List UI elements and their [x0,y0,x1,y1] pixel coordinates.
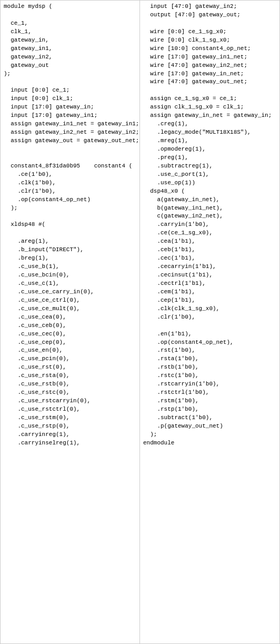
code-line: .b_input("DIRECT"), [4,246,136,254]
right-column: input [47:0] gateway_in2; output [47:0] … [140,1,279,643]
code-line: .rsta(1'b0), [143,355,276,363]
code-line: .rstp(1'b0), [143,405,276,414]
code-line: .op(constant4_op_net) [4,196,136,204]
code-line: .en(1'b1), [143,330,276,339]
code-line: .c_use_rstm(0), [4,414,136,422]
code-line: .c_use_c(1), [4,280,136,288]
left-column: module mydsp ( ce_1, clk_1, gateway_in, … [1,1,140,643]
code-line [4,154,136,162]
code-line: .clr(1'b0), [143,313,276,322]
code-line: .cep(1'b1), [143,296,276,305]
code-line: .c_use_rsta(0), [4,372,136,380]
code-line: wire [47:0] gateway_in2_net; [143,62,276,70]
code-line: .rstc(1'b0), [143,372,276,380]
code-line: assign gateway_in2_net = gateway_in2; [4,128,136,137]
code-line: .cecinsut(1'b1), [143,271,276,280]
code-line: .c_use_rst(0), [4,363,136,372]
code-line: .c_use_cep(0), [4,339,136,347]
code-line: .op(constant4_op_net), [143,339,276,347]
code-line: .c_use_b(1), [4,263,136,271]
code-line: .c_use_rstb(0), [4,380,136,389]
code-line: input [0:0] ce_1; [4,86,136,95]
code-line: .preg(1), [143,154,276,162]
code-line: wire [0:0] ce_1_sg_x0; [143,28,276,36]
code-line: .c_use_rstctrl(0), [4,405,136,414]
code-line: .rst(1'b0), [143,346,276,355]
code-line: ); [4,70,136,78]
code-line: c(gateway_in2_net), [143,212,276,221]
code-line: .clr(1'b0), [4,187,136,196]
code-line: .c_use_ce_carry_in(0), [4,288,136,296]
code-line [4,11,136,19]
code-line [4,212,136,221]
code-line: .p(gateway_out_net) [143,422,276,431]
code-line: input [17:0] gateway_in1; [4,112,136,120]
code-line: a(gateway_in_net), [143,196,276,204]
code-line: gateway_in, [4,36,136,45]
code-line: .c_use_cea(0), [4,313,136,322]
code-line: .c_use_en(0), [4,346,136,355]
code-line: assign clk_1_sg_x0 = clk_1; [143,103,276,112]
code-line: .areg(1), [4,237,136,246]
code-line: wire [10:0] constant4_op_net; [143,45,276,53]
code-line: .c_use_bcin(0), [4,271,136,280]
code-line: .subtractreg(1), [143,162,276,171]
code-line: .ceb(1'b1), [143,246,276,254]
code-line: .c_use_pcin(0), [4,355,136,363]
code-line: .subtract(1'b0), [143,414,276,422]
code-line: assign gateway_in1_net = gateway_in1; [4,120,136,128]
code-line: ); [143,431,276,439]
code-line [143,19,276,28]
code-line: ce_1, [4,19,136,28]
code-line: assign gateway_in_net = gateway_in; [143,112,276,120]
code-line: wire [47:0] gateway_out_net; [143,78,276,86]
code-line: .c_use_ce_ctrl(0), [4,296,136,305]
code-line: gateway_out [4,62,136,70]
code-line: dsp48_x0 ( [143,187,276,196]
code-line: .ce(ce_1_sg_x0), [143,229,276,237]
code-line: .mreg(1), [143,137,276,145]
code-line: input [47:0] gateway_in2; [143,3,276,11]
code-line: .rstcarryin(1'b0), [143,380,276,389]
code-line: wire [17:0] gateway_in1_net; [143,53,276,62]
code-line [4,229,136,237]
code-line: .cea(1'b1), [143,237,276,246]
code-line: .cec(1'b1), [143,254,276,263]
code-line [143,86,276,95]
code-line: assign gateway_out = gateway_out_net; [4,137,136,145]
code-line: input [17:0] gateway_in; [4,103,136,112]
code-line: xldsp48 #( [4,221,136,229]
code-line: .cectrl(1'b1), [143,280,276,288]
code-line: b(gateway_in1_net), [143,204,276,213]
code-line: .rstm(1'b0), [143,397,276,405]
code-line: .rstctrl(1'b0), [143,389,276,397]
code-line: .c_use_rstp(0), [4,422,136,431]
code-line: .ce(1'b0), [4,171,136,179]
code-line [4,145,136,154]
code-line: .cecarryin(1'b1), [143,263,276,271]
code-line: .c_use_ce_mult(0), [4,305,136,313]
code-line: .use_c_port(1), [143,171,276,179]
code-line: output [47:0] gateway_out; [143,11,276,19]
code-line: .opmodereg(1), [143,145,276,154]
code-line [143,322,276,330]
code-line: .carryinreg(1), [4,431,136,439]
code-line: .breg(1), [4,254,136,263]
code-line: .carryin(1'b0), [143,221,276,229]
code-line: module mydsp ( [4,3,136,11]
code-line: ); [4,204,136,213]
code-line: wire [0:0] clk_1_sg_x0; [143,36,276,45]
code-line: .clk(clk_1_sg_x0), [143,305,276,313]
code-line: .c_use_cec(0), [4,330,136,339]
code-line: clk_1, [4,28,136,36]
code-line: .clk(1'b0), [4,179,136,187]
code-line: wire [17:0] gateway_in_net; [143,70,276,78]
code-line [4,78,136,86]
code-line: .use_op(1)) [143,179,276,187]
code-line: .rstb(1'b0), [143,363,276,372]
code-line: constant4_8f31da0b95 constant4 ( [4,162,136,171]
code-container: module mydsp ( ce_1, clk_1, gateway_in, … [0,0,280,644]
code-line: assign ce_1_sg_x0 = ce_1; [143,95,276,103]
code-line: .creg(1), [143,120,276,128]
code-line: input [0:0] clk_1; [4,95,136,103]
